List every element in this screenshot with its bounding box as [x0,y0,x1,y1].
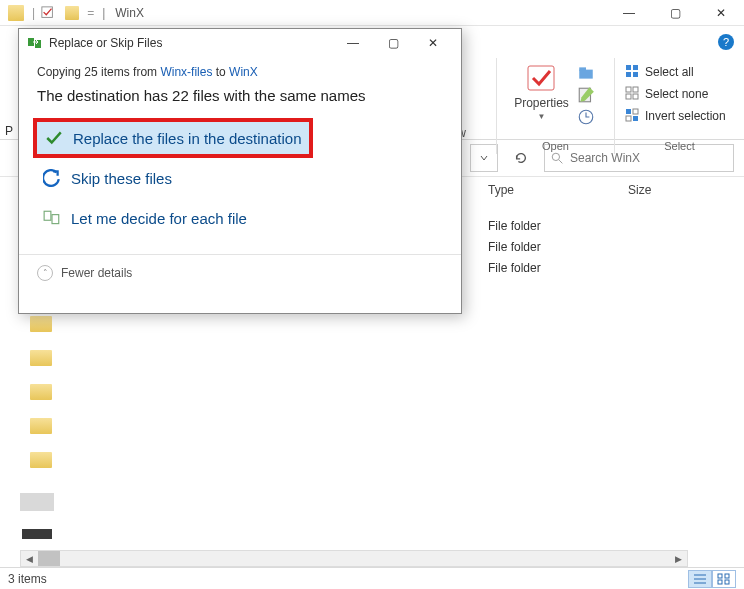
address-dropdown[interactable] [470,144,498,172]
icons-view-button[interactable] [712,570,736,588]
dialog-title: Replace or Skip Files [49,36,162,50]
copy-icon [27,35,43,51]
svg-rect-26 [725,580,729,584]
replace-label: Replace the files in the destination [73,130,301,147]
svg-rect-15 [633,109,638,114]
svg-rect-1 [528,66,554,90]
checkmark-icon [525,62,557,94]
dialog-close-button[interactable]: ✕ [413,31,453,55]
ribbon-group-label: Select [615,140,744,152]
edit-icon[interactable] [577,86,595,104]
properties-button[interactable]: Properties ▼ [514,62,569,121]
svg-rect-17 [633,116,638,121]
svg-rect-10 [626,87,631,92]
select-all-icon [625,64,641,80]
folder-icon [8,5,24,21]
close-button[interactable]: ✕ [698,0,744,26]
folder-icon[interactable] [30,452,52,468]
svg-rect-24 [725,574,729,578]
decide-label: Let me decide for each file [71,210,247,227]
dialog-headline: The destination has 22 files with the sa… [37,87,443,104]
compare-icon [43,209,61,227]
svg-rect-13 [633,94,638,99]
window-titlebar: | = | WinX — ▢ ✕ [0,0,744,26]
dialog-minimize-button[interactable]: — [333,31,373,55]
qat-checkbox-icon[interactable] [41,6,55,20]
separator: | [32,6,35,20]
qat-folder-icon[interactable] [65,6,79,20]
column-type[interactable]: Type [488,183,628,197]
replace-or-skip-dialog: Replace or Skip Files — ▢ ✕ Copying 25 i… [18,28,462,314]
destination-link[interactable]: WinX [229,65,258,79]
drive-icon[interactable] [22,529,52,539]
folder-icon[interactable] [30,350,52,366]
properties-label: Properties [514,96,569,110]
file-list: File folder File folder File folder [488,215,541,278]
dialog-titlebar: Replace or Skip Files — ▢ ✕ [19,29,461,57]
source-link[interactable]: Winx-files [160,65,212,79]
select-all-label: Select all [645,65,694,79]
select-all-button[interactable]: Select all [625,62,694,82]
fewer-details-toggle[interactable]: ˄ Fewer details [19,255,461,291]
invert-selection-icon [625,108,641,124]
svg-rect-9 [633,72,638,77]
history-icon[interactable] [577,108,595,126]
status-bar: 3 items [0,567,744,589]
svg-rect-25 [718,580,722,584]
select-none-icon [625,86,641,102]
open-icon[interactable] [577,64,595,82]
decide-each-option[interactable]: Let me decide for each file [37,198,443,238]
column-size[interactable]: Size [628,183,744,197]
select-none-button[interactable]: Select none [625,84,708,104]
separator: = [87,6,94,20]
svg-rect-2 [579,70,593,79]
svg-rect-28 [35,40,41,48]
list-item[interactable]: File folder [488,257,541,278]
ribbon-group-open: Properties ▼ Open [496,58,614,154]
skip-label: Skip these files [71,170,172,187]
svg-line-19 [559,160,562,163]
dialog-maximize-button[interactable]: ▢ [373,31,413,55]
dropdown-icon: ▼ [538,112,546,121]
folder-icon[interactable] [30,316,52,332]
list-item[interactable]: File folder [488,236,541,257]
details-view-button[interactable] [688,570,712,588]
folder-icon[interactable] [30,418,52,434]
skip-icon [43,169,61,187]
svg-rect-6 [626,65,631,70]
ribbon-group-label: Open [497,140,614,152]
chevron-up-icon: ˄ [37,265,53,281]
scroll-thumb[interactable] [38,551,60,566]
svg-rect-23 [718,574,722,578]
svg-rect-29 [44,211,51,220]
ribbon-fragment: P [5,124,13,138]
invert-selection-button[interactable]: Invert selection [625,106,726,126]
scroll-left-button[interactable]: ◀ [21,551,38,566]
selected-folder[interactable] [20,493,54,511]
item-count: 3 items [8,572,47,586]
window-title: WinX [115,6,144,20]
scroll-right-button[interactable]: ▶ [670,551,687,566]
list-item[interactable]: File folder [488,215,541,236]
copying-status: Copying 25 items from Winx-files to WinX [37,65,443,79]
folder-icon[interactable] [30,384,52,400]
svg-rect-8 [626,72,631,77]
svg-rect-14 [626,109,631,114]
navigation-pane-items [30,316,52,468]
svg-rect-11 [633,87,638,92]
checkmark-icon [45,129,63,147]
svg-rect-16 [626,116,631,121]
separator: | [102,6,105,20]
help-icon[interactable]: ? [718,34,734,50]
maximize-button[interactable]: ▢ [652,0,698,26]
fewer-details-label: Fewer details [61,266,132,280]
svg-rect-7 [633,65,638,70]
svg-rect-30 [52,215,59,224]
select-none-label: Select none [645,87,708,101]
svg-rect-3 [579,67,586,70]
replace-files-option[interactable]: Replace the files in the destination [33,118,313,158]
skip-files-option[interactable]: Skip these files [37,158,443,198]
horizontal-scrollbar[interactable]: ◀ ▶ [20,550,688,567]
minimize-button[interactable]: — [606,0,652,26]
invert-selection-label: Invert selection [645,109,726,123]
